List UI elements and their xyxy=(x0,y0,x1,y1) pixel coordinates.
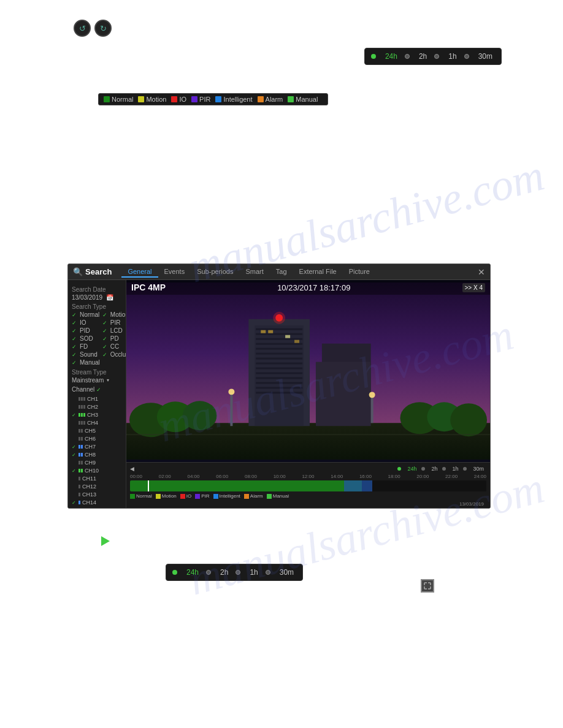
timeline-blue-strip xyxy=(344,480,372,491)
check-lcd[interactable]: ✓ LCD xyxy=(102,327,126,334)
channel-item-ch14[interactable]: ✓ CH14 xyxy=(72,499,122,506)
tl-btn-2h[interactable]: 2h xyxy=(429,465,440,472)
tab-general[interactable]: General xyxy=(121,267,158,278)
channel-item-ch7[interactable]: ✓ CH7 xyxy=(72,443,122,450)
ch4-bar1 xyxy=(79,421,80,425)
ch5-label: CH5 xyxy=(85,428,96,434)
check-io[interactable]: ✓ IO xyxy=(72,319,100,326)
ch3-bar1 xyxy=(79,413,80,417)
channel-item-ch12[interactable]: CH12 xyxy=(72,483,122,490)
check-pid[interactable]: ✓ PID xyxy=(72,327,100,334)
timeline-bar-container[interactable] xyxy=(130,480,486,491)
ch1-bar3 xyxy=(83,397,85,401)
channel-item-ch2[interactable]: CH2 xyxy=(72,403,122,411)
tl-radio-30m xyxy=(463,467,467,471)
video-expand-button[interactable]: >> X 4 xyxy=(462,283,485,292)
check-sound[interactable]: ✓ Sound xyxy=(72,351,100,358)
ch10-bar2 xyxy=(81,469,83,472)
ch1-bar1 xyxy=(79,397,80,401)
time-btn-2h-bottom[interactable]: 2h xyxy=(218,567,231,578)
legend-motion-label: Motion xyxy=(146,96,166,103)
svg-rect-36 xyxy=(126,434,490,435)
tl-legend-manual: Manual xyxy=(267,493,289,499)
time-btn-30m-bottom[interactable]: 30m xyxy=(277,567,296,578)
play-icon-area[interactable] xyxy=(101,536,110,546)
time-btn-1h-top[interactable]: 1h xyxy=(446,51,459,62)
icon-circle-1[interactable]: ↺ xyxy=(74,20,91,37)
ch3-check: ✓ xyxy=(72,412,77,418)
tab-external-file[interactable]: External File xyxy=(293,267,343,278)
time-btn-1h-bottom[interactable]: 1h xyxy=(247,567,260,578)
icon-circle-2[interactable]: ↻ xyxy=(94,20,112,37)
legend-intelligent: Intelligent xyxy=(215,96,252,103)
time-btn-24h-top[interactable]: 24h xyxy=(383,51,400,62)
time-selector-top: 24h 2h 1h 30m xyxy=(364,48,502,65)
ch12-bar1 xyxy=(79,485,80,488)
channel-item-ch8[interactable]: ✓ CH8 xyxy=(72,451,122,458)
check-motion[interactable]: ✓ Motion xyxy=(102,311,126,318)
tl-btn-1h[interactable]: 1h xyxy=(450,465,461,472)
timeline-legend: Normal Motion IO PIR xyxy=(130,493,486,499)
tab-picture[interactable]: Picture xyxy=(343,267,376,278)
channel-item-ch10[interactable]: ✓ CH10 xyxy=(72,467,122,474)
tl-btn-24h[interactable]: 24h xyxy=(405,465,419,472)
tl-radio-2h xyxy=(421,467,425,471)
ch4-bar2 xyxy=(81,421,83,425)
channel-item-ch6[interactable]: CH6 xyxy=(72,435,122,442)
tab-smart[interactable]: Smart xyxy=(239,267,269,278)
check-sod[interactable]: ✓ SOD xyxy=(72,335,100,342)
channel-item-ch9[interactable]: CH9 xyxy=(72,459,122,466)
ch7-bars xyxy=(79,445,83,449)
check-normal[interactable]: ✓ Normal xyxy=(72,311,100,318)
timeline-cursor xyxy=(148,480,149,491)
channel-item-ch3[interactable]: ✓ CH3 xyxy=(72,411,122,419)
channel-item-ch11[interactable]: CH11 xyxy=(72,475,122,482)
tl-radio-24h xyxy=(397,467,401,471)
check-pir[interactable]: ✓ PIR xyxy=(102,319,126,326)
check-manual[interactable]: ✓ Manual xyxy=(72,359,100,366)
legend-intelligent-color xyxy=(215,96,221,102)
calendar-icon[interactable]: 📅 xyxy=(106,294,113,301)
svg-point-35 xyxy=(450,403,487,436)
ch1-bar2 xyxy=(81,397,83,401)
svg-point-22 xyxy=(273,312,285,324)
tl-legend-normal-label: Normal xyxy=(136,493,152,499)
time-btn-2h-top[interactable]: 2h xyxy=(416,51,429,62)
ch2-bars xyxy=(79,405,85,409)
ch3-label: CH3 xyxy=(87,412,98,418)
check-pir-label: PIR xyxy=(110,319,121,326)
ch7-bar2 xyxy=(81,445,83,449)
time-selector-bottom: 24h 2h 1h 30m xyxy=(166,564,303,581)
search-date-value: 13/03/2019 xyxy=(72,294,102,301)
channel-item-ch1[interactable]: CH1 xyxy=(72,395,122,403)
timeline-prev-icon[interactable]: ◀ xyxy=(130,466,134,472)
ch2-label: CH2 xyxy=(87,404,98,410)
check-cc[interactable]: ✓ CC xyxy=(102,343,126,350)
tab-events[interactable]: Events xyxy=(158,267,191,278)
channel-item-ch4[interactable]: CH4 xyxy=(72,419,122,427)
check-pd[interactable]: ✓ PD xyxy=(102,335,126,342)
channel-item-ch15[interactable]: CH15 xyxy=(72,507,122,508)
time-btn-30m-top[interactable]: 30m xyxy=(476,51,495,62)
tab-sub-periods[interactable]: Sub-periods xyxy=(191,267,239,278)
channel-item-ch13[interactable]: CH13 xyxy=(72,491,122,498)
tl-legend-manual-dot xyxy=(267,494,272,499)
tl-btn-30m[interactable]: 30m xyxy=(470,465,486,472)
ch9-label: CH9 xyxy=(85,460,96,466)
check-occlusion[interactable]: ✓ Occlusion xyxy=(102,351,126,358)
check-pd-label: PD xyxy=(110,335,119,342)
search-title-icon: 🔍 xyxy=(73,267,83,276)
channel-item-ch5[interactable]: CH5 xyxy=(72,427,122,434)
close-button[interactable]: ✕ xyxy=(478,267,485,277)
bottom-expand-icon[interactable] xyxy=(421,579,434,593)
play-triangle-icon[interactable] xyxy=(101,536,110,546)
check-fd[interactable]: ✓ FD xyxy=(72,343,100,350)
svg-rect-29 xyxy=(230,392,232,426)
time-btn-24h-bottom[interactable]: 24h xyxy=(184,567,201,578)
check-pid-label: PID xyxy=(80,327,90,334)
stream-type-row[interactable]: Mainstream ▾ xyxy=(72,377,122,384)
svg-rect-11 xyxy=(256,348,302,350)
ch11-bars xyxy=(79,477,80,480)
check-fd-label: FD xyxy=(80,343,88,350)
tab-tag[interactable]: Tag xyxy=(270,267,293,278)
